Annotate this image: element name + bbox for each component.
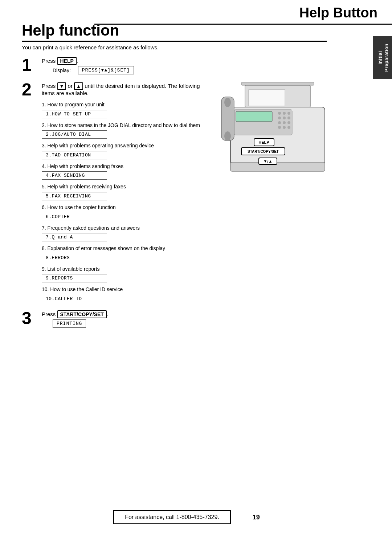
step-2-press: Press — [42, 83, 56, 89]
side-tab-line1: Initial — [377, 51, 383, 64]
step-1-press-label: Press — [42, 58, 56, 64]
item-2-display: 2.JOG/AUTO DIAL — [42, 130, 107, 139]
step-2-text: Press ▼ or ▲ until the desired item is d… — [42, 82, 212, 96]
step-2-or: or — [68, 83, 74, 89]
item-5-display: 5.FAX RECEIVING — [42, 192, 107, 200]
svg-point-15 — [278, 126, 281, 129]
down-arrow-btn[interactable]: ▼ — [57, 82, 66, 90]
list-item: 9. List of available reports 9.REPORTS — [42, 266, 212, 283]
item-9-desc: 9. List of available reports — [42, 266, 212, 273]
step-3-row: 3 Press START/COPY/SET. PRINTING — [22, 311, 327, 333]
list-item: 10. How to use the Caller ID service 10.… — [42, 286, 212, 303]
item-4-desc: 4. Help with problems sending faxes — [42, 163, 212, 170]
item-1-display: 1.HOW TO SET UP — [42, 110, 107, 118]
item-4-display: 4.FAX SENDING — [42, 171, 107, 180]
help-button-ref[interactable]: HELP — [57, 57, 77, 65]
step-1-text: Press HELP. — [42, 58, 327, 64]
step-1-display-box: PRESS[▼▲]&[SET] — [78, 66, 134, 74]
list-item: 8. Explanation of error messages shown o… — [42, 245, 212, 262]
list-item: 2. How to store names in the JOG DIAL di… — [42, 122, 212, 139]
footer-assistance-text: For assistance, call 1-800-435-7329. — [113, 510, 231, 524]
item-10-desc: 10. How to use the Caller ID service — [42, 286, 212, 293]
item-7-desc: 7. Frequently asked questions and answer… — [42, 225, 212, 232]
item-10-display: 10.CALLER ID — [42, 295, 107, 303]
svg-point-13 — [283, 121, 286, 124]
list-item: 1. How to program your unit 1.HOW TO SET… — [42, 101, 212, 118]
list-item: 5. Help with problems receiving faxes 5.… — [42, 183, 212, 200]
step-1-display-row: Display: PRESS[▼▲]&[SET] — [53, 66, 327, 74]
svg-rect-21 — [230, 162, 325, 171]
svg-point-9 — [278, 117, 281, 119]
step-2-layout: 2 Press ▼ or ▲ until the desired item is… — [22, 82, 327, 307]
svg-point-12 — [278, 121, 281, 124]
step-2-content: Press ▼ or ▲ until the desired item is d… — [42, 82, 212, 98]
step-3-display-box: PRINTING — [53, 319, 86, 328]
list-item: 7. Frequently asked questions and answer… — [42, 225, 212, 242]
svg-rect-5 — [236, 111, 272, 122]
svg-rect-0 — [241, 82, 314, 85]
step-3-text: Press START/COPY/SET. — [42, 311, 327, 317]
item-1-desc: 1. How to program your unit — [42, 101, 212, 109]
svg-text:START/COPY/SET: START/COPY/SET — [248, 150, 279, 154]
list-item: 3. Help with problems operating answerin… — [42, 142, 212, 159]
step-3-content: Press START/COPY/SET. PRINTING — [42, 311, 327, 333]
step-2-left: 2 Press ▼ or ▲ until the desired item is… — [22, 82, 212, 307]
svg-point-11 — [287, 117, 290, 119]
items-list: 1. How to program your unit 1.HOW TO SET… — [42, 101, 212, 303]
svg-text:▼/▲: ▼/▲ — [264, 159, 273, 163]
list-item: 6. How to use the copier function 6.COPI… — [42, 204, 212, 221]
item-9-display: 9.REPORTS — [42, 274, 107, 282]
up-arrow-btn[interactable]: ▲ — [74, 82, 83, 90]
side-tab-line2: Preparation — [384, 44, 389, 72]
display-label: Display: — [53, 68, 71, 73]
step-1-number: 1 — [22, 56, 42, 74]
header-title: Help Button — [299, 5, 377, 20]
svg-point-20 — [224, 131, 231, 141]
svg-point-16 — [283, 126, 286, 129]
main-content: Help function You can print a quick refe… — [0, 0, 356, 358]
svg-point-10 — [283, 117, 286, 119]
item-2-desc: 2. How to store names in the JOG DIAL di… — [42, 122, 212, 129]
item-3-desc: 3. Help with problems operating answerin… — [42, 142, 212, 150]
svg-point-7 — [283, 112, 286, 115]
item-8-desc: 8. Explanation of error messages shown o… — [42, 245, 212, 252]
step-2-number: 2 — [22, 81, 42, 98]
step-3-press: Press — [42, 311, 56, 317]
list-item: 4. Help with problems sending faxes 4.FA… — [42, 163, 212, 180]
start-copy-set-button-ref[interactable]: START/COPY/SET — [57, 310, 107, 318]
svg-point-8 — [287, 112, 290, 115]
item-6-display: 6.COPIER — [42, 213, 107, 221]
step-2-row: 2 Press ▼ or ▲ until the desired item is… — [22, 82, 212, 98]
page-footer: For assistance, call 1-800-435-7329. 19 — [0, 510, 373, 524]
item-7-display: 7.Q and A — [42, 233, 107, 241]
svg-point-14 — [287, 121, 290, 124]
svg-rect-2 — [249, 90, 285, 106]
svg-point-19 — [224, 98, 231, 107]
step-2-right: HELP START/COPY/SET ▼/▲ — [220, 82, 336, 307]
item-3-display: 3.TAD OPERATION — [42, 151, 107, 159]
svg-point-17 — [287, 126, 290, 129]
side-tab: Initial Preparation — [373, 36, 392, 79]
step-1-content: Press HELP. Display: PRESS[▼▲]&[SET] — [42, 58, 327, 79]
page-header: Help Button — [94, 0, 392, 25]
item-5-desc: 5. Help with problems receiving faxes — [42, 183, 212, 191]
item-6-desc: 6. How to use the copier function — [42, 204, 212, 211]
step-3-number: 3 — [22, 310, 42, 327]
page-title: Help function — [22, 22, 327, 42]
item-8-display: 8.ERRORS — [42, 254, 107, 262]
svg-text:HELP: HELP — [258, 140, 269, 144]
fax-illustration: HELP START/COPY/SET ▼/▲ — [220, 82, 336, 188]
svg-point-6 — [278, 112, 281, 115]
page-number: 19 — [253, 514, 260, 521]
step-3-display-row: PRINTING — [53, 319, 327, 328]
page-subtitle: You can print a quick reference for assi… — [22, 44, 327, 50]
page-container: Help Button Initial Preparation Help fun… — [0, 0, 392, 535]
step-1-row: 1 Press HELP. Display: PRESS[▼▲]&[SET] — [22, 58, 327, 79]
